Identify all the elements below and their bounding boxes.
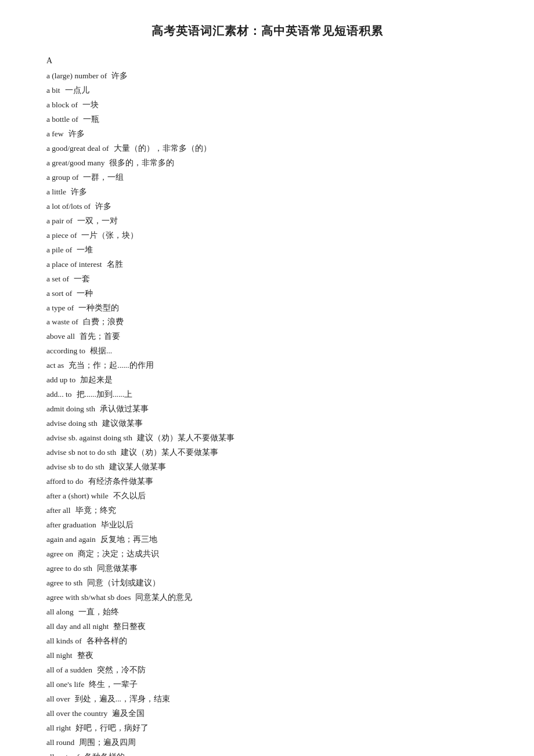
list-item: a sort of一种	[46, 287, 488, 301]
meaning-text: 许多	[71, 187, 87, 196]
meaning-text: 商定；决定；达成共识	[78, 549, 159, 558]
list-item: a type of一种类型的	[46, 301, 488, 316]
meaning-text: 一瓶	[83, 115, 99, 124]
phrase-text: act as	[46, 361, 64, 370]
meaning-text: 一双，一对	[77, 216, 118, 225]
meaning-text: 白费；浪费	[83, 317, 124, 326]
list-item: agree to sth同意（计划或建议）	[46, 576, 488, 591]
phrase-text: a pile of	[46, 245, 72, 254]
phrase-text: a good/great deal of	[46, 144, 109, 153]
meaning-text: 好吧，行吧，病好了	[75, 724, 149, 732]
list-item: again and again反复地；再三地	[46, 533, 488, 547]
phrase-text: all round	[46, 738, 74, 747]
phrase-text: afford to do	[46, 477, 84, 486]
list-item: all kinds of各种各样的	[46, 634, 488, 649]
meaning-text: 加起来是	[80, 375, 113, 384]
list-item: a bit一点儿	[46, 84, 488, 98]
list-item: agree to do sth同意做某事	[46, 562, 488, 576]
section-a: A a (large) number of许多a bit一点儿a block o…	[46, 56, 488, 756]
meaning-text: 建议（劝）某人不要做某事	[121, 448, 218, 457]
phrase-text: a pair of	[46, 216, 73, 225]
list-item: a good/great deal of大量（的），非常多（的）	[46, 142, 488, 156]
list-item: all day and all night整日整夜	[46, 620, 488, 634]
phrase-text: a type of	[46, 303, 74, 312]
list-item: all over the country遍及全国	[46, 707, 488, 721]
meaning-text: 建议某人做某事	[109, 462, 166, 471]
meaning-text: 一种类型的	[78, 303, 119, 312]
phrase-text: advise sb. against doing sth	[46, 433, 132, 442]
list-item: after a (short) while不久以后	[46, 489, 488, 504]
phrase-text: a set of	[46, 274, 69, 283]
phrase-text: agree with sb/what sb does	[46, 593, 131, 602]
meaning-text: 遍及全国	[112, 709, 145, 718]
phrase-text: all along	[46, 607, 74, 616]
phrase-text: agree to sth	[46, 578, 82, 587]
phrase-text: add up to	[46, 375, 75, 384]
meaning-text: 首先；首要	[80, 332, 120, 341]
list-item: after graduation毕业以后	[46, 518, 488, 533]
phrase-text: a lot of/lots of	[46, 202, 91, 211]
list-item: act as充当；作；起......的作用	[46, 359, 488, 373]
list-item: advise sb not to do sth建议（劝）某人不要做某事	[46, 446, 488, 460]
meaning-text: 一片（张，块）	[81, 231, 138, 240]
phrase-text: a piece of	[46, 231, 77, 240]
meaning-text: 许多	[95, 202, 111, 211]
list-item: a few许多	[46, 127, 488, 142]
meaning-text: 把......加到......上	[77, 390, 133, 399]
phrase-text: all kinds of	[46, 636, 82, 645]
meaning-text: 承认做过某事	[100, 404, 149, 413]
phrase-text: after all	[46, 506, 71, 515]
phrase-text: a block of	[46, 100, 78, 109]
list-item: a waste of白费；浪费	[46, 315, 488, 330]
list-item: advise sb to do sth建议某人做某事	[46, 460, 488, 475]
meaning-text: 根据...	[90, 346, 112, 355]
phrase-text: all over the country	[46, 709, 107, 718]
meaning-text: 到处，遍及...，浑身，结束	[75, 694, 170, 703]
meaning-text: 许多	[111, 71, 128, 80]
meaning-text: 一种	[77, 289, 93, 298]
phrase-text: a bit	[46, 86, 60, 95]
phrase-text: a group of	[46, 173, 78, 182]
meaning-text: 同意某人的意见	[135, 593, 192, 602]
meaning-text: 毕业以后	[101, 520, 134, 529]
list-item: agree on商定；决定；达成共识	[46, 547, 488, 562]
list-item: a great/good many很多的，非常多的	[46, 156, 488, 171]
meaning-text: 很多的，非常多的	[109, 158, 174, 167]
meaning-text: 反复地；再三地	[100, 535, 157, 544]
meaning-text: 充当；作；起......的作用	[68, 361, 153, 370]
list-item: after all毕竟；终究	[46, 504, 488, 518]
meaning-text: 整日整夜	[113, 622, 146, 631]
phrase-text: advise sb to do sth	[46, 462, 104, 471]
phrase-text: a bottle of	[46, 115, 78, 124]
list-item: all round周围；遍及四周	[46, 736, 488, 750]
phrase-text: all night	[46, 651, 73, 660]
phrase-text: a place of interest	[46, 260, 102, 269]
meaning-text: 一直，始终	[78, 607, 119, 616]
meaning-text: 一块	[82, 100, 99, 109]
list-item: according to根据...	[46, 344, 488, 359]
list-item: a set of一套	[46, 272, 488, 287]
phrase-text: according to	[46, 346, 85, 355]
phrase-text: a sort of	[46, 289, 72, 298]
phrase-text: above all	[46, 332, 75, 341]
phrase-text: after graduation	[46, 520, 96, 529]
phrase-text: admit doing sth	[46, 404, 95, 413]
phrase-text: a little	[46, 187, 66, 196]
list-item: add... to把......加到......上	[46, 388, 488, 402]
meaning-text: 名胜	[107, 260, 123, 269]
list-item: all of a sudden突然，冷不防	[46, 663, 488, 678]
meaning-text: 各种各样的	[84, 753, 125, 756]
meaning-text: 不久以后	[113, 491, 146, 500]
phrase-text: all sorts of	[46, 753, 80, 756]
list-item: a little许多	[46, 185, 488, 200]
phrase-text: agree to do sth	[46, 564, 92, 573]
phrase-text: after a (short) while	[46, 491, 109, 500]
phrase-text: all day and all night	[46, 622, 109, 631]
list-item: advise sb. against doing sth建议（劝）某人不要做某事	[46, 431, 488, 446]
phrase-text: agree on	[46, 549, 73, 558]
meaning-text: 各种各样的	[86, 636, 127, 645]
meaning-text: 毕竟；终究	[75, 506, 116, 515]
entries-list: a (large) number of许多a bit一点儿a block of一…	[46, 69, 488, 756]
meaning-text: 一堆	[77, 245, 93, 254]
phrase-text: add... to	[46, 390, 72, 399]
